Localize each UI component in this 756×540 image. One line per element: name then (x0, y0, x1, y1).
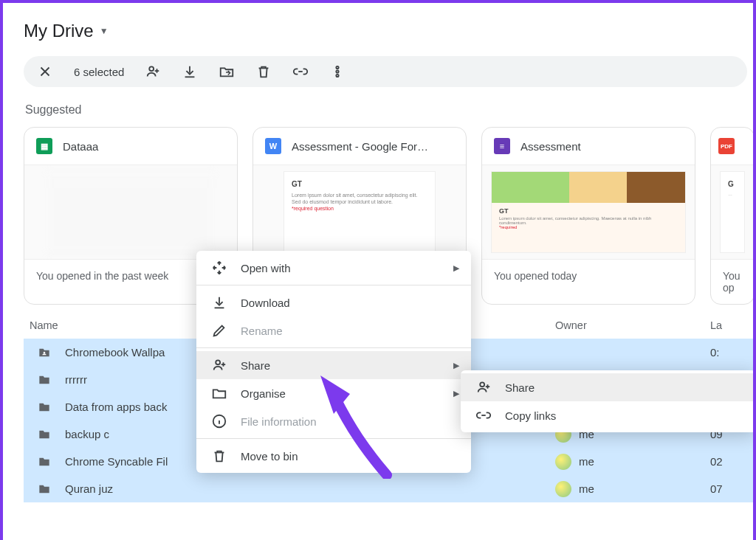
organise-icon (211, 385, 227, 401)
sheets-icon: ▦ (36, 138, 52, 154)
svg-point-1 (337, 66, 339, 69)
folder-icon (37, 429, 52, 440)
svg-point-3 (337, 75, 339, 77)
link-icon (475, 407, 492, 423)
svg-point-2 (337, 70, 339, 72)
more-vert-icon[interactable] (329, 63, 346, 80)
suggested-heading: Suggested (25, 103, 753, 117)
col-owner[interactable]: Owner (555, 319, 710, 331)
avatar (555, 481, 571, 497)
download-icon (211, 294, 227, 311)
submenu-copy-links[interactable]: Copy links (461, 401, 756, 429)
trash-icon[interactable] (255, 63, 272, 80)
svg-point-4 (44, 351, 46, 353)
suggested-card[interactable]: ≡ Assessment GT Lorem ipsum dolor sit am… (481, 127, 695, 305)
card-footer: You op (711, 259, 753, 304)
download-icon[interactable] (182, 63, 198, 80)
card-footer: You opened today (482, 259, 695, 292)
menu-download[interactable]: Download (196, 288, 471, 316)
svg-point-5 (216, 360, 220, 364)
shared-folder-icon (37, 347, 52, 359)
folder-icon (37, 483, 52, 495)
svg-point-7 (480, 382, 484, 387)
card-title: Assessment - Google For… (292, 140, 428, 153)
card-title: Dataaa (63, 140, 98, 153)
col-last[interactable]: La (710, 319, 752, 331)
open-with-icon (211, 260, 227, 276)
link-icon[interactable] (292, 63, 309, 80)
drive-title-text: My Drive (24, 21, 94, 41)
chevron-right-icon: ▶ (453, 263, 459, 273)
location-title[interactable]: My Drive ▼ (24, 21, 753, 41)
folder-icon (37, 401, 52, 413)
selection-toolbar: 6 selected (24, 56, 747, 87)
submenu-share[interactable]: Share (461, 373, 756, 401)
menu-rename: Rename (196, 316, 471, 345)
share-person-icon[interactable] (145, 63, 161, 80)
trash-icon (211, 448, 227, 464)
folder-icon (37, 374, 52, 386)
menu-open-with[interactable]: Open with ▶ (196, 254, 471, 282)
close-icon[interactable] (37, 63, 53, 80)
share-person-icon (475, 379, 492, 395)
annotation-arrow (298, 368, 402, 482)
forms-icon: ≡ (494, 138, 510, 154)
suggested-card[interactable]: PDF G… You op (710, 127, 753, 305)
share-submenu: Share Copy links (461, 370, 756, 432)
svg-point-0 (150, 66, 154, 71)
pdf-icon: PDF (718, 138, 735, 154)
chevron-right-icon: ▶ (453, 361, 459, 370)
info-icon (211, 413, 227, 429)
move-to-folder-icon[interactable] (219, 63, 235, 80)
chevron-right-icon: ▶ (453, 389, 459, 398)
folder-icon (37, 456, 52, 468)
docs-icon: W (265, 138, 281, 154)
share-person-icon (211, 357, 227, 373)
caret-down-icon: ▼ (100, 26, 109, 36)
rename-icon (211, 322, 227, 339)
card-title: Assessment (520, 140, 581, 153)
avatar (555, 454, 571, 470)
selection-count: 6 selected (74, 66, 124, 78)
